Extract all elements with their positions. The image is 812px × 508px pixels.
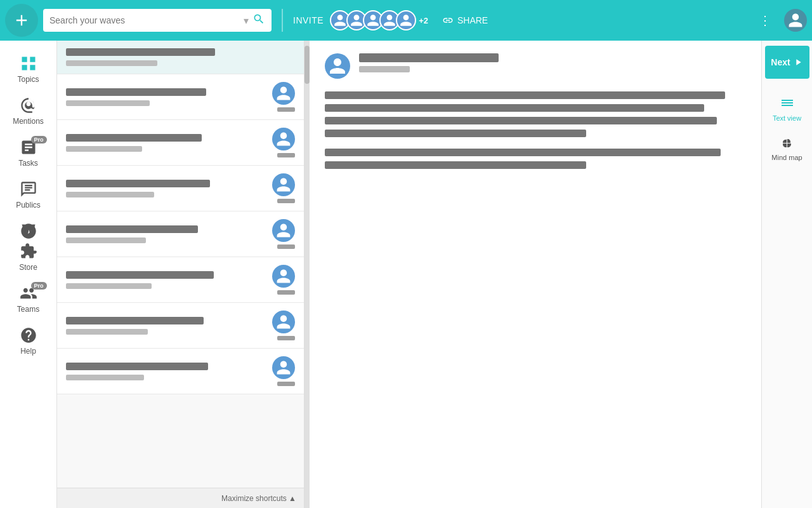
wave-extra-bar [277,336,295,340]
text-view-button[interactable]: Text view [762,89,812,128]
list-item[interactable] [57,257,304,303]
wave-list-scroll[interactable] [57,41,304,488]
wave-sub-bar [66,329,148,335]
list-panel: Maximize shortcuts ▲ [57,41,304,508]
main-layout: Topics Mentions Pro Tasks Publics Store … [0,41,812,508]
search-icon[interactable] [252,13,265,28]
avatar-count: +2 [419,16,428,25]
mind-map-icon [780,135,795,150]
list-scrollbar[interactable] [304,41,310,508]
wave-meta [272,128,295,157]
wave-avatar [272,265,295,288]
search-input[interactable] [49,15,240,25]
avatars-row: +2 [330,10,428,30]
at-icon [20,97,37,114]
wave-title-bar [66,271,214,279]
wave-avatar [272,173,295,196]
content-scroll[interactable] [310,41,761,508]
wave-title-bar [66,88,206,96]
maximize-shortcuts-button[interactable]: Maximize shortcuts ▲ [57,488,304,508]
share-label: SHARE [457,15,488,25]
store-icon [20,222,37,240]
sidebar-item-teams[interactable]: Pro Teams [0,278,56,320]
list-item[interactable] [57,211,304,257]
share-button[interactable]: SHARE [442,15,488,26]
list-scrollbar-thumb [304,46,310,84]
tasks-pro-badge: Pro [31,136,47,144]
next-label: Next [771,57,790,67]
list-item[interactable] [57,349,304,394]
publics-icon [20,180,37,198]
wave-sub-bar [66,60,157,66]
list-item[interactable] [57,166,304,211]
add-button[interactable] [5,4,38,37]
sidebar-label-mentions: Mentions [13,117,44,126]
sidebar-item-publics[interactable]: Publics [0,174,56,216]
list-item[interactable] [57,303,304,349]
wave-meta [272,173,295,203]
help-icon [20,326,37,344]
content-line [325,161,586,169]
topbar-divider [282,9,283,32]
sidebar-label-tasks: Tasks [18,159,38,168]
content-author-row [325,53,746,79]
sidebar-label-topics: Topics [17,75,39,84]
content-author-sub [359,66,410,72]
sidebar-item-help[interactable]: Help [0,320,56,362]
wave-sub-bar [66,283,152,289]
invite-button[interactable]: INVITE [293,15,324,25]
mind-map-button[interactable]: Mind map [762,128,812,168]
sidebar-label-teams: Teams [17,305,39,314]
wave-extra-bar [277,290,295,295]
list-item[interactable] [57,74,304,120]
user-avatar[interactable] [784,9,807,32]
text-view-label: Text view [773,114,801,122]
next-button[interactable]: Next [765,46,809,79]
wave-avatar [272,128,295,150]
wave-item-content [66,225,266,243]
sidebar-nav: Topics Mentions Pro Tasks Publics Store … [0,41,57,508]
wave-extra-bar [277,382,295,386]
content-line [325,149,721,156]
wave-extra-bar [277,153,295,157]
wave-avatar [272,311,295,333]
content-author-name [359,53,499,62]
content-line [325,130,586,137]
sidebar-item-topics[interactable]: Topics [0,48,56,90]
wave-title-bar [66,134,202,142]
wave-avatar [272,219,295,242]
content-author-avatar [325,53,350,79]
sidebar-label-help: Help [20,347,36,356]
topbar-right: ⋮ [754,9,807,32]
content-block-1 [325,91,746,137]
sidebar-label-publics: Publics [16,201,41,210]
wave-title-bar [66,317,204,324]
search-dropdown-icon[interactable]: ▾ [244,15,249,27]
avatar[interactable] [396,10,416,30]
wave-title-bar [66,180,210,187]
wave-extra-bar [277,199,295,203]
sidebar-item-tasks[interactable]: Pro Tasks [0,132,56,174]
wave-title-bar [66,48,215,56]
puzzle-icon [20,243,37,260]
wave-item-content [66,271,266,289]
more-options-button[interactable]: ⋮ [754,10,776,30]
content-panel [310,41,761,508]
wave-item-content [66,134,266,152]
list-item[interactable] [57,41,304,74]
list-item[interactable] [57,120,304,166]
wave-avatar [272,356,295,379]
wave-item-content [66,88,266,106]
wave-item-content [66,317,266,335]
wave-meta [272,311,295,340]
topbar-middle: INVITE +2 SHARE [293,10,754,30]
wave-sub-bar [66,146,142,152]
wave-meta [272,265,295,295]
content-line [325,91,725,99]
maximize-shortcuts-label: Maximize shortcuts ▲ [221,494,296,503]
content-block-2 [325,149,746,169]
content-author-info [359,53,746,72]
sidebar-item-store[interactable]: Store [0,216,56,278]
sidebar-item-mentions[interactable]: Mentions [0,90,56,132]
text-view-icon [780,95,795,110]
